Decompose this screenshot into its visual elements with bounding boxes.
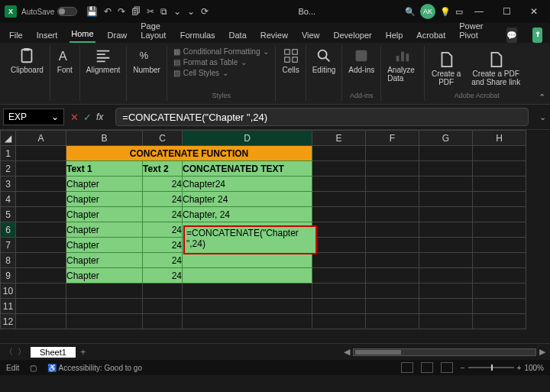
cell[interactable]: 24 — [143, 192, 183, 207]
sheet-nav-prev-icon[interactable]: 〈 — [5, 346, 13, 358]
cell[interactable] — [183, 253, 312, 268]
zoom-control[interactable]: − + 100% — [461, 364, 544, 372]
zoom-in-icon[interactable]: + — [517, 364, 522, 372]
cell[interactable]: Chapter — [66, 192, 143, 207]
clipboard-button[interactable]: Clipboard — [11, 47, 44, 74]
tab-developer[interactable]: Developer — [332, 28, 374, 43]
paste-dropdown-icon[interactable]: ⌄ — [173, 6, 181, 17]
cell[interactable]: Chapter — [66, 238, 143, 253]
cell[interactable]: Chapter — [66, 207, 143, 222]
format-as-table-button[interactable]: ▤ Format as Table ⌄ — [173, 58, 270, 66]
tab-view[interactable]: View — [300, 28, 322, 43]
cell[interactable]: Chapter, 24 — [183, 207, 312, 222]
cell[interactable]: Chapter — [66, 222, 143, 238]
user-avatar[interactable]: AK — [420, 4, 435, 19]
cell[interactable]: Chapter — [66, 268, 143, 283]
sheet-nav-next-icon[interactable]: 〉 — [18, 346, 26, 358]
comments-button[interactable]: 💬 — [506, 28, 517, 43]
cell[interactable]: CONCATENATED TEXT — [183, 161, 312, 177]
save-icon[interactable]: 💾 — [86, 6, 98, 17]
font-button[interactable]: AFont — [57, 47, 73, 74]
cell[interactable]: Chapter 24 — [183, 192, 312, 207]
scroll-right-icon[interactable]: ▶ — [539, 347, 545, 357]
new-icon[interactable]: 🗐 — [131, 6, 141, 17]
add-sheet-button[interactable]: + — [80, 346, 86, 358]
alignment-button[interactable]: Alignment — [86, 47, 120, 74]
cell[interactable]: 24 — [143, 207, 183, 222]
tab-draw[interactable]: Draw — [106, 28, 129, 43]
select-all-corner[interactable]: ◢ — [1, 131, 16, 146]
tab-formulas[interactable]: Formulas — [179, 28, 217, 43]
expand-formula-bar-icon[interactable]: ⌄ — [535, 112, 550, 122]
cell[interactable] — [183, 268, 312, 283]
col-header-b[interactable]: B — [66, 131, 143, 146]
cell[interactable]: CONCATENATE FUNCTION — [66, 146, 312, 161]
row-header[interactable]: 1 — [1, 146, 16, 161]
col-header-h[interactable]: H — [473, 131, 526, 146]
fx-icon[interactable]: fx — [96, 112, 103, 122]
zoom-slider[interactable] — [468, 367, 514, 368]
conditional-formatting-button[interactable]: ▦ Conditional Formatting ⌄ — [173, 47, 270, 56]
create-pdf-share-button[interactable]: Create a PDF and Share link — [469, 51, 522, 86]
col-header-c[interactable]: C — [143, 131, 183, 146]
tab-data[interactable]: Data — [228, 28, 248, 43]
maximize-button[interactable]: ☐ — [495, 2, 518, 21]
cell-styles-button[interactable]: ▧ Cell Styles ⌄ — [173, 69, 270, 77]
cell[interactable]: Chapter — [66, 253, 143, 268]
enter-formula-icon[interactable]: ✓ — [83, 112, 92, 123]
cells-button[interactable]: Cells — [282, 47, 299, 74]
refresh-icon[interactable]: ⟳ — [201, 6, 209, 17]
cut-icon[interactable]: ✂ — [147, 6, 154, 17]
share-button[interactable] — [532, 28, 542, 43]
sheet-tab[interactable]: Sheet1 — [31, 347, 76, 358]
tab-acrobat[interactable]: Acrobat — [415, 28, 447, 43]
undo-icon[interactable]: ↶ — [104, 6, 112, 17]
addins-button[interactable]: Add-ins — [348, 47, 374, 74]
cell[interactable]: 24 — [143, 253, 183, 268]
copy-icon[interactable]: ⧉ — [160, 6, 167, 17]
collapse-ribbon-icon[interactable]: ⌃ — [539, 92, 545, 102]
normal-view-button[interactable] — [401, 362, 413, 373]
chevron-down-icon[interactable]: ⌄ — [51, 112, 59, 122]
tab-page-layout[interactable]: Page Layout — [139, 18, 167, 43]
autosave-toggle[interactable]: AutoSave — [21, 7, 77, 16]
cancel-formula-icon[interactable]: ✕ — [70, 112, 79, 123]
cell[interactable]: Text 1 — [66, 161, 143, 177]
create-pdf-button[interactable]: Create a PDF — [431, 51, 461, 86]
zoom-out-icon[interactable]: − — [461, 364, 465, 372]
number-button[interactable]: %Number — [133, 47, 160, 74]
name-box[interactable]: EXP⌄ — [3, 109, 64, 125]
tab-help[interactable]: Help — [384, 28, 405, 43]
cell[interactable]: Chapter — [66, 177, 143, 192]
cell[interactable]: 24 — [143, 222, 183, 238]
col-header-d[interactable]: D — [183, 131, 312, 146]
col-header-e[interactable]: E — [312, 131, 366, 146]
lightbulb-icon[interactable]: 💡 — [440, 7, 451, 17]
accessibility-status[interactable]: ♿ Accessibility: Good to go — [47, 364, 142, 372]
tab-insert[interactable]: Insert — [35, 28, 60, 43]
page-break-view-button[interactable] — [441, 362, 453, 373]
cell[interactable]: 24 — [143, 268, 183, 283]
col-header-f[interactable]: F — [366, 131, 419, 146]
cell[interactable]: Chapter24 — [183, 177, 312, 192]
analyze-button[interactable]: Analyze Data — [387, 47, 418, 83]
stats-icon[interactable]: ▢ — [30, 364, 37, 372]
scroll-left-icon[interactable]: ◀ — [344, 347, 350, 357]
cell[interactable] — [16, 146, 66, 161]
tab-power-pivot[interactable]: Power Pivot — [458, 18, 485, 43]
col-header-a[interactable]: A — [16, 131, 66, 146]
ribbon-options-icon[interactable]: ▭ — [455, 7, 463, 17]
formula-input[interactable] — [115, 108, 529, 126]
tab-file[interactable]: File — [8, 28, 24, 43]
editing-button[interactable]: Editing — [312, 47, 336, 74]
search-icon[interactable]: 🔍 — [405, 7, 416, 17]
horizontal-scrollbar[interactable] — [353, 348, 536, 356]
cell[interactable]: 24 — [143, 238, 183, 253]
tab-home[interactable]: Home — [70, 26, 95, 43]
col-header-g[interactable]: G — [419, 131, 473, 146]
cell-edit-overlay[interactable]: =CONCATENATE("Chapter ",24) — [183, 225, 317, 254]
close-button[interactable]: ✕ — [522, 2, 545, 21]
sort-dropdown-icon[interactable]: ⌄ — [187, 6, 195, 17]
tab-review[interactable]: Review — [259, 28, 290, 43]
zoom-level[interactable]: 100% — [524, 364, 544, 372]
